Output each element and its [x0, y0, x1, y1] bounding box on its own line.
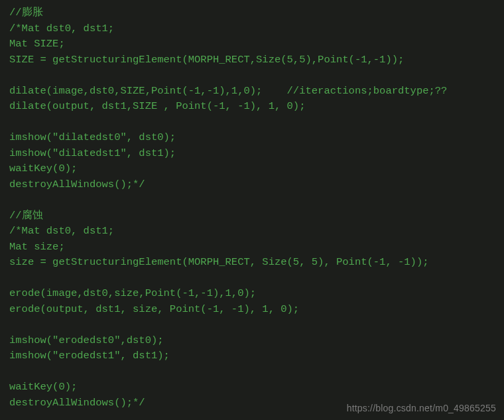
code-line: destroyAllWindows();*/	[9, 178, 145, 190]
code-line: destroyAllWindows();*/	[9, 397, 145, 409]
code-line: imshow("dilatedst1", dst1);	[9, 147, 176, 159]
code-line: Mat size;	[9, 241, 65, 253]
code-line: waitKey(0);	[9, 163, 77, 175]
code-line: /*Mat dst0, dst1;	[9, 23, 114, 35]
code-line: imshow("erodedst1", dst1);	[9, 350, 170, 362]
code-block: //膨胀 /*Mat dst0, dst1; Mat SIZE; SIZE = …	[0, 0, 504, 416]
code-line: SIZE = getStructuringElement(MORPH_RECT,…	[9, 54, 404, 66]
code-line: size = getStructuringElement(MORPH_RECT,…	[9, 256, 429, 268]
code-line: waitKey(0);	[9, 381, 77, 393]
code-line: Mat SIZE;	[9, 38, 65, 50]
code-line: //膨胀	[9, 7, 43, 19]
code-line: dilate(output, dst1,SIZE , Point(-1, -1)…	[9, 100, 305, 112]
watermark: https://blog.csdn.net/m0_49865255	[347, 403, 496, 413]
code-line: dilate(image,dst0,SIZE,Point(-1,-1),1,0)…	[9, 85, 447, 97]
code-line: imshow("dilatedst0", dst0);	[9, 131, 176, 143]
code-line: imshow("erodedst0",dst0);	[9, 334, 164, 346]
code-line: /*Mat dst0, dst1;	[9, 225, 114, 237]
code-line: //腐蚀	[9, 210, 43, 222]
code-line: erode(image,dst0,size,Point(-1,-1),1,0);	[9, 287, 256, 299]
code-line: erode(output, dst1, size, Point(-1, -1),…	[9, 303, 299, 315]
